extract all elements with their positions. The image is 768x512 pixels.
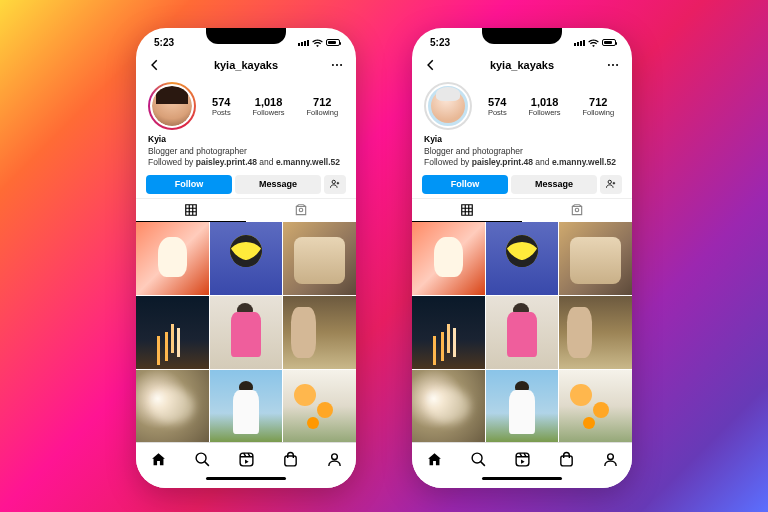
home-indicator[interactable] [136, 475, 356, 488]
profile-header: 574Posts 1,018Followers 712Following [136, 78, 356, 132]
stat-following[interactable]: 712Following [306, 96, 338, 117]
profile-stats: 574Posts 1,018Followers 712Following [482, 96, 620, 117]
stat-followers[interactable]: 1,018Followers [528, 96, 560, 117]
bottom-nav [412, 442, 632, 474]
phone-left: 5:23 kyia_kayaks 574Posts 1,018Followers… [136, 28, 356, 488]
profile-username-title: kyia_kayaks [490, 59, 554, 71]
follow-button[interactable]: Follow [422, 175, 508, 194]
signal-icon [574, 40, 585, 46]
post-grid [136, 222, 356, 442]
tab-tagged[interactable] [522, 199, 632, 223]
search-icon[interactable] [194, 451, 211, 468]
message-button[interactable]: Message [511, 175, 597, 194]
profile-icon[interactable] [326, 451, 343, 468]
bottom-nav [136, 442, 356, 474]
post-thumbnail[interactable] [559, 370, 632, 443]
svg-point-2 [340, 64, 342, 66]
svg-rect-4 [240, 453, 253, 466]
post-thumbnail[interactable] [412, 222, 485, 295]
post-thumbnail[interactable] [283, 370, 356, 443]
message-button[interactable]: Message [235, 175, 321, 194]
svg-rect-5 [284, 455, 295, 465]
post-thumbnail[interactable] [210, 370, 283, 443]
post-thumbnail[interactable] [559, 296, 632, 369]
follow-button[interactable]: Follow [146, 175, 232, 194]
tab-grid[interactable] [136, 199, 246, 223]
notch [206, 28, 286, 44]
nav-bar: kyia_kayaks [412, 51, 632, 78]
tab-grid[interactable] [412, 199, 522, 223]
post-thumbnail[interactable] [136, 370, 209, 443]
action-row: Follow Message [412, 173, 632, 198]
wifi-icon [312, 39, 323, 47]
post-thumbnail[interactable] [283, 296, 356, 369]
nav-bar: kyia_kayaks [136, 51, 356, 78]
wifi-icon [588, 39, 599, 47]
tab-tagged[interactable] [246, 199, 356, 223]
home-indicator[interactable] [412, 475, 632, 488]
profile-display-name: Kyia [148, 134, 344, 145]
post-thumbnail[interactable] [210, 222, 283, 295]
stat-following[interactable]: 712Following [582, 96, 614, 117]
stat-followers[interactable]: 1,018Followers [252, 96, 284, 117]
profile-stats: 574Posts 1,018Followers 712Following [206, 96, 344, 117]
svg-point-10 [472, 453, 482, 463]
followed-by-line: Followed by paisley.print.48 and e.manny… [148, 157, 344, 168]
post-thumbnail[interactable] [136, 296, 209, 369]
svg-point-9 [616, 64, 618, 66]
profile-username-title: kyia_kayaks [214, 59, 278, 71]
avatar[interactable] [424, 82, 472, 130]
post-thumbnail[interactable] [283, 222, 356, 295]
post-thumbnail[interactable] [486, 222, 559, 295]
more-icon[interactable] [606, 58, 620, 72]
search-icon[interactable] [470, 451, 487, 468]
home-icon[interactable] [150, 451, 167, 468]
post-thumbnail[interactable] [412, 370, 485, 443]
stat-posts[interactable]: 574Posts [488, 96, 507, 117]
battery-icon [602, 39, 616, 46]
post-grid [412, 222, 632, 442]
profile-bio: Kyia Blogger and photographer Followed b… [136, 132, 356, 172]
content-tabs [136, 198, 356, 223]
profile-description: Blogger and photographer [424, 146, 620, 157]
reels-icon[interactable] [514, 451, 531, 468]
suggested-users-button[interactable] [600, 175, 622, 194]
svg-point-3 [196, 453, 206, 463]
svg-rect-11 [516, 453, 529, 466]
profile-description: Blogger and photographer [148, 146, 344, 157]
post-thumbnail[interactable] [486, 296, 559, 369]
profile-icon[interactable] [602, 451, 619, 468]
avatar[interactable] [148, 82, 196, 130]
post-thumbnail[interactable] [486, 370, 559, 443]
post-thumbnail[interactable] [136, 222, 209, 295]
svg-point-13 [607, 453, 613, 459]
post-thumbnail[interactable] [412, 296, 485, 369]
battery-icon [326, 39, 340, 46]
more-icon[interactable] [330, 58, 344, 72]
profile-bio: Kyia Blogger and photographer Followed b… [412, 132, 632, 172]
svg-point-7 [608, 64, 610, 66]
home-icon[interactable] [426, 451, 443, 468]
back-icon[interactable] [424, 58, 438, 72]
svg-point-8 [612, 64, 614, 66]
post-thumbnail[interactable] [559, 222, 632, 295]
profile-display-name: Kyia [424, 134, 620, 145]
reels-icon[interactable] [238, 451, 255, 468]
svg-point-6 [331, 453, 337, 459]
post-thumbnail[interactable] [210, 296, 283, 369]
svg-rect-12 [560, 455, 571, 465]
action-row: Follow Message [136, 173, 356, 198]
stat-posts[interactable]: 574Posts [212, 96, 231, 117]
shop-icon[interactable] [282, 451, 299, 468]
followed-by-line: Followed by paisley.print.48 and e.manny… [424, 157, 620, 168]
svg-point-1 [336, 64, 338, 66]
profile-header: 574Posts 1,018Followers 712Following [412, 78, 632, 132]
shop-icon[interactable] [558, 451, 575, 468]
status-time: 5:23 [430, 37, 450, 48]
status-icons [298, 39, 340, 47]
back-icon[interactable] [148, 58, 162, 72]
svg-point-0 [332, 64, 334, 66]
status-icons [574, 39, 616, 47]
status-time: 5:23 [154, 37, 174, 48]
suggested-users-button[interactable] [324, 175, 346, 194]
